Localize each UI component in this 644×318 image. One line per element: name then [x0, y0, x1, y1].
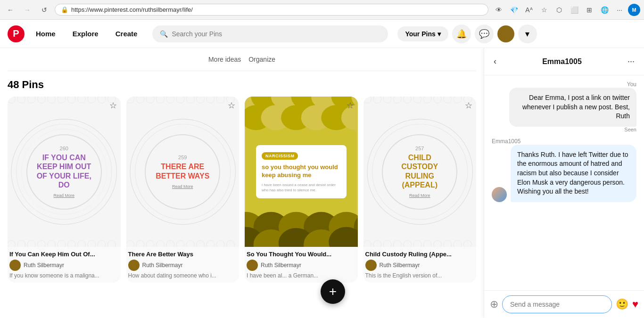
- eye-icon-btn[interactable]: 👁: [492, 3, 505, 16]
- fab-plus-icon: +: [329, 284, 337, 299]
- mandala-circle-1: 260 IF YOU CAN KEEP HIM OUT OF YOUR LIFE…: [26, 134, 102, 210]
- svg-point-48: [226, 240, 234, 247]
- svg-point-77: [373, 97, 381, 103]
- chat-message-input[interactable]: [502, 295, 612, 313]
- list-item: 259 THERE ARE BETTER WAYS Read More ☆ Th…: [126, 97, 239, 283]
- svg-point-43: [176, 240, 184, 247]
- svg-point-35: [206, 97, 214, 103]
- svg-point-5: [27, 97, 35, 103]
- svg-point-16: [27, 240, 35, 247]
- split-btn[interactable]: ⬜: [568, 3, 581, 16]
- chat-header: ‹ Emma1005 ···: [484, 48, 644, 75]
- pin-save-button-2[interactable]: ☆: [228, 100, 235, 111]
- svg-point-45: [196, 240, 204, 247]
- forward-button[interactable]: →: [21, 3, 34, 16]
- account-dropdown-button[interactable]: ▾: [518, 24, 537, 43]
- nav-create[interactable]: Create: [110, 26, 143, 41]
- svg-point-31: [166, 97, 174, 103]
- read-more-2: Read More: [172, 184, 193, 189]
- svg-point-39: [136, 240, 144, 247]
- copilot-btn[interactable]: 🌐: [598, 3, 611, 16]
- back-button[interactable]: ←: [4, 3, 17, 16]
- svg-point-24: [107, 240, 116, 247]
- tab-organize[interactable]: Organize: [248, 54, 275, 65]
- narcissism-main-text: so you thought you would keep abusing me: [262, 163, 341, 179]
- chat-emoji-button[interactable]: 🙂: [616, 298, 628, 310]
- pin-author-name-1: Ruth Silbermayr: [24, 262, 64, 269]
- pin-desc-4: This is the English version of...: [365, 272, 475, 279]
- pin-image-3[interactable]: NARCISSISM so you thought you would keep…: [245, 97, 358, 247]
- svg-point-15: [17, 240, 25, 247]
- read-more-1: Read More: [53, 193, 74, 198]
- pin-info-3: So You Thought You Would... Ruth Silberm…: [245, 247, 358, 283]
- pin-save-button-3[interactable]: ☆: [347, 100, 354, 111]
- pin-desc-2: How about dating someone who i...: [128, 272, 238, 279]
- svg-point-44: [186, 240, 194, 247]
- messages-button[interactable]: 💬: [475, 24, 494, 43]
- svg-point-84: [443, 97, 451, 103]
- pin-desc-1: If you know someone is a maligna...: [9, 272, 119, 279]
- svg-point-20: [67, 240, 75, 247]
- extension-btn[interactable]: 💎: [507, 3, 520, 16]
- svg-point-12: [98, 97, 106, 103]
- lock-icon: 🔒: [61, 6, 68, 13]
- pin-save-button-4[interactable]: ☆: [465, 100, 472, 111]
- pin-author-row-4: Ruth Silbermayr: [365, 260, 475, 271]
- tab-more-ideas[interactable]: More ideas: [208, 54, 241, 65]
- pinterest-logo[interactable]: P: [8, 25, 25, 42]
- notifications-button[interactable]: 🔔: [452, 24, 471, 43]
- chat-panel: ‹ Emma1005 ··· You Dear Emma, I post a l…: [484, 48, 644, 318]
- svg-point-42: [166, 240, 174, 247]
- pins-count: 48 Pins: [8, 79, 476, 91]
- chat-heart-button[interactable]: ♥: [632, 298, 638, 310]
- svg-point-4: [17, 97, 25, 103]
- fab-create-button[interactable]: +: [321, 279, 345, 304]
- svg-point-83: [433, 97, 441, 103]
- pins-area: More ideas Organize 48 Pins: [0, 48, 484, 318]
- svg-point-92: [413, 240, 421, 247]
- svg-point-32: [176, 97, 184, 103]
- chat-received-section: Emma1005 Thanks Ruth. I have left Twitte…: [492, 138, 636, 202]
- profile-avatar-button[interactable]: [497, 25, 514, 42]
- search-input[interactable]: [172, 30, 380, 38]
- collections-btn[interactable]: ⊞: [583, 3, 596, 16]
- chat-messages: You Dear Emma, I post a link on twitter …: [484, 75, 644, 290]
- pin-info-4: Child Custody Ruling (Appe... Ruth Silbe…: [363, 247, 477, 283]
- svg-point-82: [423, 97, 431, 103]
- read-aloud-btn[interactable]: Aᴬ: [522, 3, 536, 16]
- pin-desc-3: I have been al... a German...: [247, 272, 356, 279]
- svg-point-22: [88, 240, 96, 247]
- svg-point-30: [156, 97, 164, 103]
- refresh-button[interactable]: ↺: [38, 3, 51, 16]
- dropdown-arrow: ▾: [438, 30, 441, 38]
- pin-author-row-1: Ruth Silbermayr: [9, 260, 119, 271]
- chat-back-button[interactable]: ‹: [492, 55, 498, 68]
- address-bar[interactable]: 🔒 https://www.pinterest.com/ruthsilberma…: [55, 4, 488, 16]
- svg-point-3: [8, 97, 16, 103]
- pin-info-1: If You Can Keep Him Out Of... Ruth Silbe…: [8, 247, 121, 283]
- chat-add-button[interactable]: ⊕: [490, 298, 498, 310]
- pin-image-2[interactable]: 259 THERE ARE BETTER WAYS Read More ☆: [126, 97, 239, 247]
- pin-image-4[interactable]: 257 CHILD CUSTODY RULING (APPEAL) Read M…: [363, 97, 477, 247]
- chat-you-section: You Dear Emma, I post a link on twitter …: [492, 81, 636, 132]
- pin-image-1[interactable]: 260 IF YOU CAN KEEP HIM OUT OF YOUR LIFE…: [8, 97, 121, 247]
- svg-point-41: [156, 240, 164, 247]
- svg-point-47: [216, 240, 224, 247]
- pin-author-name-2: Ruth Silbermayr: [142, 262, 183, 269]
- search-bar[interactable]: 🔍: [152, 25, 388, 42]
- svg-point-33: [186, 97, 194, 103]
- svg-point-89: [383, 240, 391, 247]
- more-btn[interactable]: ···: [613, 3, 626, 16]
- chat-more-button[interactable]: ···: [626, 55, 636, 68]
- favorites-btn[interactable]: ☆: [537, 3, 551, 16]
- svg-point-21: [77, 240, 85, 247]
- nav-home[interactable]: Home: [30, 26, 61, 41]
- nav-explore[interactable]: Explore: [67, 26, 104, 41]
- pin-save-button-1[interactable]: ☆: [109, 100, 117, 111]
- narcissism-inner-card: NARCISSISM so you thought you would keep…: [256, 145, 347, 198]
- extensions-btn[interactable]: ⬡: [553, 3, 566, 16]
- edge-profile-icon[interactable]: M: [628, 4, 640, 16]
- svg-point-85: [454, 97, 462, 103]
- your-pins-button[interactable]: Your Pins ▾: [397, 26, 448, 41]
- chat-seen-label: Seen: [492, 127, 636, 132]
